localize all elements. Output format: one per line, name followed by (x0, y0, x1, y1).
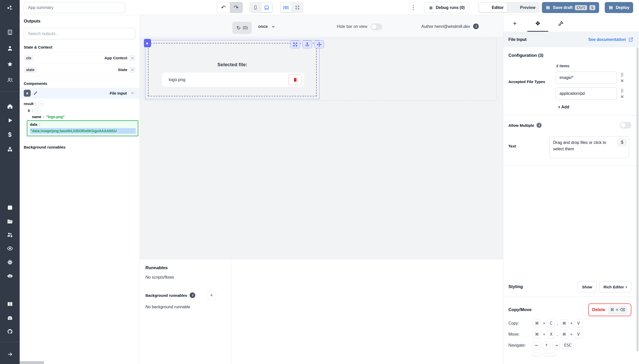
collapse-result-button[interactable]: - (38, 101, 44, 107)
refresh-button[interactable]: ↻ (0) (232, 22, 252, 34)
calendar-icon[interactable] (7, 204, 13, 211)
show-styling-button[interactable]: Show (578, 281, 597, 292)
home-icon[interactable] (7, 103, 13, 110)
accepted-type-input-1[interactable] (556, 72, 617, 84)
expand-component-button[interactable] (290, 40, 300, 48)
add-file-type-button[interactable]: + Add (533, 105, 594, 109)
info-icon[interactable]: i (537, 123, 542, 128)
search-outputs-input[interactable] (24, 28, 135, 39)
cmd-key: ⌘ (560, 330, 568, 338)
tab-styling[interactable] (549, 15, 572, 32)
tree-key-name: name (32, 115, 41, 119)
eye-icon[interactable] (7, 245, 13, 252)
debug-runs-button[interactable]: Debug runs (0) (424, 2, 469, 13)
rich-editor-button[interactable]: Rich Editor › (599, 281, 631, 292)
discord-icon[interactable] (7, 315, 13, 321)
horizontal-scrollbar-thumb[interactable] (20, 361, 44, 364)
user-group-icon[interactable] (7, 77, 13, 83)
output-row-state[interactable]: state State (20, 64, 140, 76)
add-background-runnable-button[interactable]: + (207, 290, 216, 300)
cubes-icon[interactable] (7, 146, 13, 153)
chevron-down-icon[interactable] (129, 67, 135, 73)
app-canvas[interactable]: a Selected file: logo.png (140, 37, 503, 259)
component-row-file-input[interactable]: a File Input (20, 88, 140, 98)
preview-label: Preview (520, 5, 535, 10)
tab-preview[interactable]: Preview (507, 3, 539, 12)
chevron-up-icon[interactable] (129, 90, 135, 96)
no-scripts-label: No scripts/flows (145, 275, 225, 280)
outputs-panel: Outputs State & Context ctx App Context … (20, 15, 140, 364)
deploy-button[interactable]: Deploy (605, 2, 633, 13)
colon: : (39, 122, 40, 127)
delete-component-button[interactable]: Delete ⌘ + ⌫ (588, 303, 631, 316)
frequency-dropdown[interactable]: once (258, 24, 275, 29)
folder-icon[interactable] (7, 218, 13, 225)
collapse-0-button[interactable]: - (35, 108, 40, 113)
arrow-right-icon[interactable] (7, 351, 13, 358)
left-icon-rail: $ (0, 0, 20, 364)
component-id-badge: a (24, 90, 31, 97)
remove-type-button[interactable]: ✕ (620, 79, 624, 83)
vertical-scrollbar-thumb[interactable] (636, 47, 638, 351)
drag-handle-icon[interactable] (620, 73, 624, 77)
star-icon[interactable] (7, 61, 13, 67)
chevron-down-icon[interactable] (129, 55, 135, 61)
selected-file-row: logo.png (162, 73, 304, 87)
move-icon (317, 42, 322, 47)
building-icon[interactable] (7, 29, 13, 36)
outputs-title: Outputs (24, 19, 135, 24)
data-field-highlight-box[interactable]: data : "data:image/png;base64,iVBORw0KGg… (27, 120, 138, 136)
info-icon[interactable]: i (473, 24, 479, 29)
debug-runs-label: Debug runs (0) (436, 5, 465, 10)
drag-handle-icon[interactable] (620, 88, 624, 93)
book-icon[interactable] (7, 301, 13, 308)
robot-icon[interactable] (7, 272, 13, 279)
output-row-ctx[interactable]: ctx App Context (20, 52, 140, 64)
copy-move-title: Copy/Move (508, 307, 532, 312)
pencil-icon[interactable] (33, 91, 38, 95)
selected-component-outline[interactable] (145, 40, 320, 99)
hide-bar-toggle[interactable] (371, 24, 382, 30)
fixed-frame-button[interactable]: |0| (281, 3, 291, 12)
mobile-view-button[interactable] (250, 3, 261, 12)
save-draft-button[interactable]: Save draft Ctrl S (542, 2, 599, 13)
gear-icon[interactable] (7, 259, 13, 266)
windmill-logo-icon[interactable] (7, 5, 13, 11)
cmd-key: ⌘ (560, 319, 568, 327)
app-summary-input[interactable] (24, 2, 125, 13)
redo-button[interactable]: ↷ (230, 2, 243, 13)
tab-insert-component[interactable]: + (503, 15, 526, 32)
desktop-view-button[interactable] (261, 3, 272, 12)
github-icon[interactable] (7, 328, 13, 335)
s-key-chip: S (589, 5, 595, 10)
canvas-region: ↻ (0) once Hide bar on view Author henri… (140, 15, 503, 364)
device-toggle-group (249, 2, 273, 13)
dollar-icon[interactable]: $ (7, 131, 13, 138)
allow-multiple-toggle[interactable] (620, 122, 631, 129)
anchor-component-button[interactable] (302, 40, 312, 48)
partial-key (543, 353, 556, 356)
editor-label: Editor (492, 5, 504, 10)
undo-button[interactable]: ↶ (217, 2, 230, 13)
users-gear-icon[interactable] (7, 232, 13, 238)
remove-file-button[interactable] (288, 74, 302, 85)
accepted-type-input-2[interactable] (556, 87, 617, 100)
remove-type-button[interactable]: ✕ (620, 95, 624, 99)
see-documentation-link[interactable]: See documentation (588, 37, 633, 42)
info-icon[interactable]: i (190, 292, 195, 298)
anchor-icon (305, 42, 310, 47)
play-icon[interactable] (7, 117, 13, 124)
kebab-menu-icon[interactable]: ⋮ (410, 4, 416, 11)
up-arrow-key: ↑ (543, 341, 550, 349)
tab-editor[interactable]: Editor (479, 3, 507, 12)
esc-key: ESC (562, 341, 574, 349)
undo-icon: ↶ (221, 4, 226, 11)
colon: : (43, 115, 44, 119)
author-label: Author henri@windmill.dev (421, 24, 470, 29)
fullscreen-button[interactable] (292, 3, 303, 12)
tab-component-settings[interactable]: ❖ (526, 15, 549, 32)
move-component-button[interactable] (314, 40, 324, 48)
navigate-shortcut-row: Navigate: ← ↑ → ESC (508, 341, 631, 349)
connect-value-button[interactable]: $ (617, 138, 627, 146)
user-icon[interactable] (7, 45, 13, 52)
